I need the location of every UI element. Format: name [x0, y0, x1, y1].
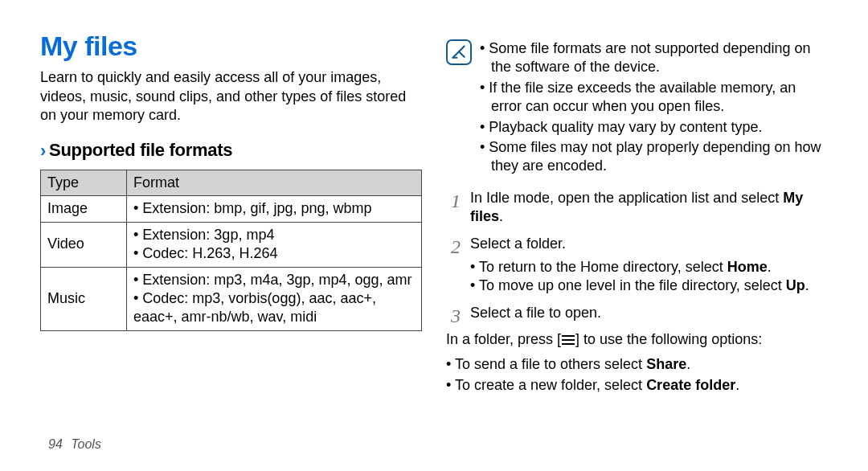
- note-item: Some files may not play properly dependi…: [480, 138, 828, 176]
- options-block: In a folder, press [] to use the followi…: [446, 330, 828, 395]
- step-text: Select a folder.: [470, 236, 566, 252]
- substep-item: To move up one level in the file directo…: [470, 276, 828, 295]
- page-number: 94: [48, 437, 63, 451]
- step-text: In Idle mode, open the application list …: [470, 190, 783, 206]
- left-column: My files Learn to quickly and easily acc…: [40, 28, 422, 459]
- subheading-text: Supported file formats: [49, 140, 232, 160]
- note-list: Some file formats are not supported depe…: [480, 39, 828, 178]
- note-item: Some file formats are not supported depe…: [480, 39, 828, 77]
- table-row: Video Extension: 3gp, mp4 Codec: H.263, …: [41, 222, 422, 267]
- format-item: Extension: bmp, gif, jpg, png, wbmp: [133, 199, 415, 218]
- type-cell: Video: [41, 222, 127, 267]
- note-item: Playback quality may vary by content typ…: [480, 118, 828, 137]
- substep-item: To return to the Home directory, select …: [470, 258, 828, 276]
- format-cell: Extension: 3gp, mp4 Codec: H.263, H.264: [127, 222, 422, 267]
- menu-icon: [561, 332, 575, 350]
- note-item: If the file size exceeds the available m…: [480, 79, 828, 117]
- svg-rect-2: [562, 343, 575, 345]
- option-item: To send a file to others select Share.: [446, 355, 828, 374]
- type-cell: Music: [41, 267, 127, 330]
- substep-text: .: [768, 259, 772, 275]
- col-format: Format: [127, 170, 422, 195]
- format-item: Codec: mp3, vorbis(ogg), aac, aac+, eaac…: [133, 289, 415, 327]
- col-type: Type: [41, 170, 127, 195]
- option-bold: Create folder: [646, 377, 735, 393]
- svg-rect-1: [562, 339, 575, 341]
- table-header-row: Type Format: [41, 170, 422, 195]
- subheading: ›Supported file formats: [40, 139, 422, 163]
- note-icon: [446, 39, 472, 65]
- section-name: Tools: [71, 437, 101, 451]
- press-text: In a folder, press [: [446, 331, 561, 347]
- steps-list: In Idle mode, open the application list …: [446, 189, 828, 322]
- format-item: Extension: 3gp, mp4: [133, 226, 415, 244]
- substep-bold: Home: [727, 259, 768, 275]
- format-item: Extension: mp3, m4a, 3gp, mp4, ogg, amr: [133, 271, 415, 289]
- svg-rect-0: [562, 335, 575, 337]
- option-item: To create a new folder, select Create fo…: [446, 376, 828, 395]
- substep-text: To return to the Home directory, select: [479, 259, 727, 275]
- type-cell: Image: [41, 196, 127, 222]
- step-text: Select a file to open.: [470, 305, 601, 321]
- step-item: In Idle mode, open the application list …: [446, 189, 828, 227]
- page-heading: My files: [40, 28, 422, 63]
- intro-text: Learn to quickly and easily access all o…: [40, 68, 422, 125]
- formats-table: Type Format Image Extension: bmp, gif, j…: [40, 170, 422, 331]
- format-item: Codec: H.263, H.264: [133, 244, 415, 263]
- option-bold: Share: [646, 356, 686, 372]
- option-text: .: [686, 356, 690, 372]
- press-text: ] to use the following options:: [575, 331, 762, 347]
- page-footer: 94 Tools: [48, 436, 101, 453]
- option-text: To create a new folder, select: [455, 377, 646, 393]
- table-row: Image Extension: bmp, gif, jpg, png, wbm…: [41, 196, 422, 222]
- table-row: Music Extension: mp3, m4a, 3gp, mp4, ogg…: [41, 267, 422, 330]
- step-item: Select a folder. To return to the Home d…: [446, 235, 828, 296]
- step-item: Select a file to open.: [446, 304, 828, 322]
- substep-text: To move up one level in the file directo…: [479, 277, 786, 293]
- option-text: To send a file to others select: [455, 356, 646, 372]
- note-box: Some file formats are not supported depe…: [446, 28, 828, 178]
- substep-bold: Up: [786, 277, 805, 293]
- option-text: .: [735, 377, 739, 393]
- step-text: .: [499, 208, 503, 224]
- substep-text: .: [805, 277, 809, 293]
- format-cell: Extension: bmp, gif, jpg, png, wbmp: [127, 196, 422, 222]
- format-cell: Extension: mp3, m4a, 3gp, mp4, ogg, amr …: [127, 267, 422, 330]
- right-column: Some file formats are not supported depe…: [446, 28, 828, 459]
- chevron-icon: ›: [40, 141, 46, 161]
